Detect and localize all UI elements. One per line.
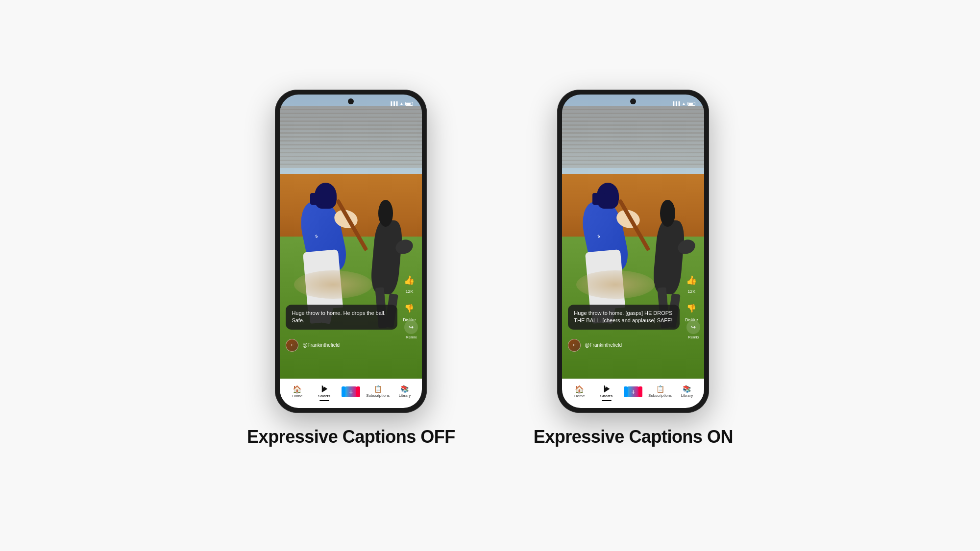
page-container: ▐▐▐ ▲	[0, 0, 980, 551]
home-icon-off: 🏠	[293, 385, 302, 393]
battery-icon-on	[687, 102, 695, 106]
shorts-label-off: Shorts	[318, 394, 330, 398]
nav-library-on[interactable]: 📚 Library	[674, 385, 701, 398]
add-icon-off: +	[343, 386, 358, 397]
nav-shorts-off[interactable]: Shorts	[311, 385, 338, 398]
remix-btn-off[interactable]: ↪ Remix	[404, 320, 418, 339]
subscriptions-icon-off: 📋	[374, 385, 382, 392]
phone-off-frame: ▐▐▐ ▲	[275, 90, 427, 413]
creator-bar-on: F @Frankinthefield	[568, 339, 699, 352]
camera-notch-off	[348, 98, 354, 104]
nav-add-on[interactable]: +	[620, 386, 647, 397]
batter-off: 5	[292, 178, 370, 323]
camera-notch-on	[630, 98, 636, 104]
like-count-off: 12K	[405, 289, 413, 294]
add-icon-on: +	[626, 386, 640, 397]
status-icons-on: ▐▐▐ ▲	[671, 101, 695, 106]
dislike-btn-on[interactable]: 👎 Dislike	[684, 301, 699, 322]
caption-bubble-on: Huge throw to home. [gasps] HE DROPS THE…	[568, 305, 680, 330]
caption-text-on: Huge throw to home. [gasps] HE DROPS THE…	[574, 310, 674, 325]
subscriptions-label-off: Subscriptions	[366, 393, 390, 398]
wifi-icon-off: ▲	[399, 101, 403, 106]
nav-add-off[interactable]: +	[338, 386, 365, 397]
subscriptions-label-on: Subscriptions	[648, 393, 672, 398]
dislike-btn-off[interactable]: 👎 Dislike	[401, 301, 417, 322]
dust-off	[294, 270, 372, 299]
side-panel-on: 👍 12K 👎 Dislike	[684, 272, 699, 322]
library-label-on: Library	[681, 393, 693, 398]
library-icon-on: 📚	[683, 385, 691, 392]
side-panel-off: 👍 12K 👎 Dislike	[401, 272, 417, 322]
battery-icon-off	[405, 102, 413, 106]
creator-name-off: @Frankinthefield	[302, 342, 340, 348]
phone-on-screen: ▐▐▐ ▲	[562, 95, 704, 408]
nav-subscriptions-on[interactable]: 📋 Subscriptions	[647, 385, 674, 398]
creator-avatar-on: F	[568, 339, 581, 352]
nav-bar-on: 🏠 Home Shorts	[562, 379, 704, 408]
creator-avatar-off: F	[286, 339, 298, 352]
home-label-on: Home	[574, 394, 585, 398]
status-icons-off: ▐▐▐ ▲	[389, 101, 413, 106]
library-label-off: Library	[399, 393, 411, 398]
caption-text-off: Huge throw to home. He drops the ball. S…	[292, 310, 392, 325]
caption-bubble-off: Huge throw to home. He drops the ball. S…	[286, 305, 397, 330]
batter-on: 5	[574, 178, 652, 323]
phone-on-frame: ▐▐▐ ▲	[557, 90, 709, 413]
phone-on-wrapper: ▐▐▐ ▲	[534, 90, 733, 447]
shorts-icon-on	[603, 385, 610, 393]
nav-home-on[interactable]: 🏠 Home	[566, 385, 593, 398]
creator-name-on: @Frankinthefield	[585, 342, 622, 348]
home-icon-on: 🏠	[575, 385, 584, 393]
like-btn-off[interactable]: 👍 12K	[401, 272, 417, 294]
video-area-on[interactable]: 5	[562, 95, 704, 379]
phone-off-screen: ▐▐▐ ▲	[280, 95, 422, 408]
like-btn-on[interactable]: 👍 12K	[684, 272, 699, 294]
label-on: Expressive Captions ON	[534, 427, 733, 447]
nav-shorts-on[interactable]: Shorts	[593, 385, 620, 398]
like-count-on: 12K	[687, 289, 695, 294]
dust-on	[576, 270, 655, 299]
wifi-icon-on: ▲	[682, 101, 686, 106]
nav-library-off[interactable]: 📚 Library	[392, 385, 418, 398]
creator-bar-off: F @Frankinthefield	[286, 339, 417, 352]
phone-off-wrapper: ▐▐▐ ▲	[247, 90, 455, 447]
shorts-label-on: Shorts	[600, 394, 612, 398]
nav-subscriptions-off[interactable]: 📋 Subscriptions	[365, 385, 392, 398]
nav-home-off[interactable]: 🏠 Home	[284, 385, 311, 398]
signal-icon-on: ▐▐▐	[671, 101, 680, 106]
remix-btn-on[interactable]: ↪ Remix	[686, 320, 700, 339]
subscriptions-icon-on: 📋	[656, 385, 664, 392]
shorts-icon-off	[321, 385, 328, 393]
home-label-off: Home	[292, 394, 302, 398]
video-area-off[interactable]: 5	[280, 95, 422, 379]
signal-icon-off: ▐▐▐	[389, 101, 397, 106]
phones-container: ▐▐▐ ▲	[247, 90, 733, 447]
nav-bar-off: 🏠 Home Shorts	[280, 379, 422, 408]
library-icon-off: 📚	[400, 385, 409, 392]
label-off: Expressive Captions OFF	[247, 427, 455, 447]
